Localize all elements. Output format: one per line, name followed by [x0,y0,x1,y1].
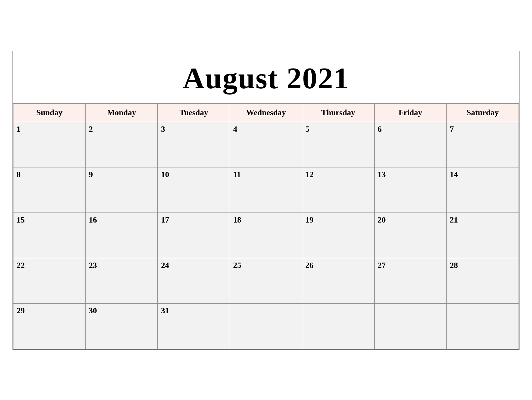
day-cell-23: 23 [85,258,158,303]
week-row-5: 293031 [13,303,519,349]
day-header-thursday: Thursday [302,103,374,122]
day-cell-31: 31 [158,303,230,349]
day-cell-27: 27 [374,258,447,303]
week-row-3: 15161718192021 [13,213,519,258]
day-cell-19: 19 [302,213,374,258]
day-cell-11: 11 [230,167,302,213]
day-cell-14: 14 [447,167,519,213]
day-header-friday: Friday [374,103,447,122]
day-header-wednesday: Wednesday [230,103,302,122]
day-header-tuesday: Tuesday [158,103,230,122]
calendar-grid: SundayMondayTuesdayWednesdayThursdayFrid… [13,103,519,349]
day-cell-28: 28 [447,258,519,303]
day-cell-9: 9 [85,167,158,213]
day-cell-17: 17 [158,213,230,258]
day-header-saturday: Saturday [447,103,519,122]
empty-day-cell [447,303,519,349]
days-header-row: SundayMondayTuesdayWednesdayThursdayFrid… [13,103,519,122]
calendar-container: August 2021 SundayMondayTuesdayWednesday… [13,51,519,350]
day-header-monday: Monday [85,103,158,122]
day-cell-16: 16 [85,213,158,258]
empty-day-cell [302,303,374,349]
day-cell-4: 4 [230,122,302,167]
day-cell-12: 12 [302,167,374,213]
day-cell-30: 30 [85,303,158,349]
day-cell-26: 26 [302,258,374,303]
day-cell-1: 1 [13,122,86,167]
day-cell-20: 20 [374,213,447,258]
day-cell-2: 2 [85,122,158,167]
day-cell-22: 22 [13,258,86,303]
day-cell-21: 21 [447,213,519,258]
day-cell-25: 25 [230,258,302,303]
day-header-sunday: Sunday [13,103,86,122]
day-cell-24: 24 [158,258,230,303]
week-row-4: 22232425262728 [13,258,519,303]
empty-day-cell [230,303,302,349]
day-cell-29: 29 [13,303,86,349]
day-cell-8: 8 [13,167,86,213]
week-row-1: 1234567 [13,122,519,167]
day-cell-7: 7 [447,122,519,167]
day-cell-18: 18 [230,213,302,258]
day-cell-5: 5 [302,122,374,167]
week-row-2: 891011121314 [13,167,519,213]
day-cell-13: 13 [374,167,447,213]
calendar-title: August 2021 [13,51,519,103]
day-cell-15: 15 [13,213,86,258]
day-cell-3: 3 [158,122,230,167]
empty-day-cell [374,303,447,349]
day-cell-6: 6 [374,122,447,167]
day-cell-10: 10 [158,167,230,213]
